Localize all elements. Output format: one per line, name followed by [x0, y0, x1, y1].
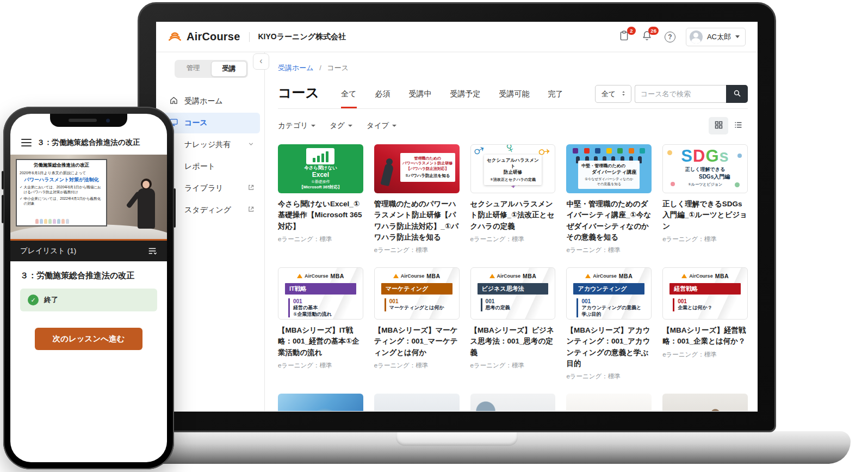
- course-title: 【MBAシリーズ】ビジネス思考法：001_思考の定義: [470, 325, 556, 358]
- toggle-learner[interactable]: 受講: [211, 61, 247, 77]
- help-button[interactable]: [663, 30, 677, 44]
- tab-all[interactable]: 全て: [341, 89, 356, 108]
- sidebar-item-home[interactable]: 受講ホーム: [160, 91, 260, 112]
- thumb-text: その意義を知る: [581, 182, 636, 187]
- sdgs-logo: SDGs: [663, 148, 747, 164]
- role-toggle: 管理 受講: [175, 60, 248, 78]
- course-grid: 今さら聞けない Excel ①基礎操作 【Microsoft 365対応】 今さ…: [278, 144, 748, 411]
- sidebar-item-knowledge[interactable]: ナレッジ共有: [160, 134, 260, 155]
- filter-type[interactable]: タイプ: [367, 121, 396, 131]
- course-photo-thumbnail: [566, 394, 652, 411]
- menu-icon[interactable]: [21, 137, 32, 149]
- mba-brand: AirCourse: [497, 273, 521, 279]
- mba-line: 思考の定義: [486, 305, 548, 311]
- course-card[interactable]: [566, 394, 652, 411]
- course-card[interactable]: 管理職のための パワーハラスメント防止研修 【パワハラ防止法対応】 ①パワハラ防…: [374, 144, 460, 254]
- course-photo-thumbnail: [662, 394, 748, 411]
- page: AirCourse KIYOラーニング株式会社 2: [0, 0, 868, 472]
- course-thumbnail: セクシュアルハラスメント 防止研修 ①法改正とセクハラの定義: [470, 144, 556, 193]
- course-title: 管理職のためのパワーハラスメント防止研修【パワハラ防止法対応】_①パワハラ防止法…: [374, 199, 460, 243]
- sidebar-collapse-button[interactable]: [253, 53, 269, 70]
- sdgs-letter: S: [681, 146, 693, 165]
- lesson-title: ３：労働施策総合推進法の改正: [10, 261, 167, 285]
- tab-in-progress[interactable]: 受講中: [409, 89, 432, 108]
- thumb-text: SDGs入門編: [663, 173, 747, 181]
- mba-tag: MBA: [426, 273, 440, 279]
- mba-line: 学ぶ目的: [581, 311, 643, 318]
- search-category-select[interactable]: 全て: [595, 85, 631, 103]
- tab-completed[interactable]: 完了: [548, 89, 563, 108]
- course-title: 中堅・管理職のためのダイバーシティ講座_①今なぜダイバーシティなのかその意義を知…: [566, 199, 652, 243]
- course-card[interactable]: 中堅・管理職のための ダイバーシティ講座 ①今なぜダイバーシティなのか その意義…: [566, 144, 652, 254]
- view-toggle: [709, 117, 748, 134]
- slide-title: 労働施策総合推進法の改正: [20, 162, 103, 169]
- filter-tag[interactable]: タグ: [330, 121, 352, 131]
- aircourse-logo[interactable]: AirCourse: [168, 30, 240, 44]
- sidebar-item-label: ナレッジ共有: [184, 140, 231, 150]
- tab-required[interactable]: 必須: [375, 89, 390, 108]
- next-lesson-button[interactable]: 次のレッスンへ進む: [35, 328, 142, 350]
- course-card[interactable]: SDGs 正しく理解できる SDGs入門編 ①ルーツとビジョン 正しく理解できる…: [662, 144, 748, 254]
- course-thumbnail: 管理職のための パワーハラスメント防止研修 【パワハラ防止法対応】 ①パワハラ防…: [374, 144, 460, 193]
- slide-bullet: 大企業においては、2020年6月1日から職場におけるパワハラ防止対策が義務付け: [20, 185, 103, 195]
- course-card[interactable]: 今さら聞けない Excel ①基礎操作 【Microsoft 365対応】 今さ…: [278, 144, 363, 254]
- doodle-dot: [735, 182, 740, 187]
- mba-body: 001 経営の基本 ①企業活動の流れ: [288, 298, 355, 317]
- course-meta: eラーニング：標準: [470, 361, 556, 370]
- sidebar-item-courses[interactable]: コース: [160, 113, 260, 133]
- breadcrumb: 受講ホーム / コース: [278, 63, 748, 73]
- course-card[interactable]: [374, 394, 460, 411]
- video-progress-bar[interactable]: [10, 239, 167, 241]
- course-card[interactable]: AirCourse MBA ビジネス思考法 001 思考の定義 【MBAシリーズ…: [470, 267, 556, 381]
- playlist-bar[interactable]: プレイリスト (1): [10, 241, 167, 261]
- course-card[interactable]: [470, 394, 556, 411]
- thumb-text: 【Microsoft 365対応】: [278, 185, 363, 190]
- course-card[interactable]: AirCourse MBA 経営戦略 001 企業とは何か？ 【MBAシリーズ】…: [662, 267, 748, 381]
- course-card[interactable]: AirCourse MBA IT戦略 001 経営の基本 ①企業活動の流れ: [278, 267, 363, 381]
- mba-number: 001: [389, 298, 451, 305]
- sidebar-item-reports[interactable]: レポート: [160, 156, 260, 177]
- search-button[interactable]: [726, 85, 748, 103]
- mba-tag: MBA: [330, 273, 344, 279]
- phone-notch: [50, 114, 127, 127]
- breadcrumb-home-link[interactable]: 受講ホーム: [278, 64, 314, 72]
- course-card[interactable]: AirCourse MBA アカウンティング 001 アカウンティングの意義と …: [566, 267, 652, 381]
- thumb-text: ①今なぜダイバーシティなのか: [581, 177, 636, 182]
- video-player[interactable]: 労働施策総合推進法の改正 2020年6月1日より条文の新設によって パワーハラス…: [10, 155, 167, 241]
- grid-icon: [714, 120, 723, 132]
- thumb-text: ①パワハラ防止法を知る: [402, 173, 453, 179]
- course-card[interactable]: セクシュアルハラスメント 防止研修 ①法改正とセクハラの定義 セクシュアルハラス…: [470, 144, 556, 254]
- phone-header: ３：労働施策総合推進法の改正: [10, 133, 167, 152]
- phone-power-button: [173, 188, 176, 228]
- user-menu[interactable]: AC太郎: [686, 28, 746, 46]
- tab-scheduled[interactable]: 受講予定: [450, 89, 481, 108]
- list-view-button[interactable]: [728, 117, 748, 134]
- course-card[interactable]: [278, 394, 363, 411]
- course-meta: eラーニング：標準: [374, 361, 460, 370]
- course-card[interactable]: [662, 394, 748, 411]
- sidebar-item-label: コース: [184, 118, 208, 128]
- course-title: 正しく理解できるSDGs入門編_①ルーツとビジョン: [662, 199, 748, 232]
- mba-number: 001: [486, 298, 548, 305]
- lecture-slide: 労働施策総合推進法の改正 2020年6月1日より条文の新設によって パワーハラス…: [16, 159, 107, 226]
- course-tabs: 全て 必須 受講中 受講予定 受講可能 完了: [341, 89, 563, 108]
- check-icon: [20, 185, 23, 195]
- filter-category[interactable]: カテゴリ: [278, 121, 315, 131]
- slide-bullet-text: 大企業においては、2020年6月1日から職場におけるパワハラ防止対策が義務付け: [24, 185, 103, 195]
- triangle-icon: [393, 274, 399, 278]
- tasks-button[interactable]: 2: [617, 30, 631, 44]
- toggle-admin[interactable]: 管理: [176, 61, 211, 77]
- puzzle-pieces-icon: [573, 148, 645, 154]
- breadcrumb-separator: /: [319, 64, 321, 72]
- mba-line: 企業とは何か？: [678, 305, 740, 311]
- aircourse-mba-logo: AirCourse MBA: [375, 268, 459, 279]
- course-card[interactable]: AirCourse MBA マーケティング 001 マーケティングとは何か 【M…: [374, 267, 460, 381]
- tab-available[interactable]: 受講可能: [499, 89, 530, 108]
- course-thumbnail: AirCourse MBA アカウンティング 001 アカウンティングの意義と …: [566, 267, 652, 320]
- course-search-input[interactable]: [635, 85, 726, 103]
- triangle-icon: [681, 274, 687, 278]
- grid-view-button[interactable]: [709, 117, 728, 134]
- select-value: 全て: [602, 89, 616, 99]
- notifications-button[interactable]: 26: [640, 30, 654, 44]
- external-link-icon: [247, 184, 255, 193]
